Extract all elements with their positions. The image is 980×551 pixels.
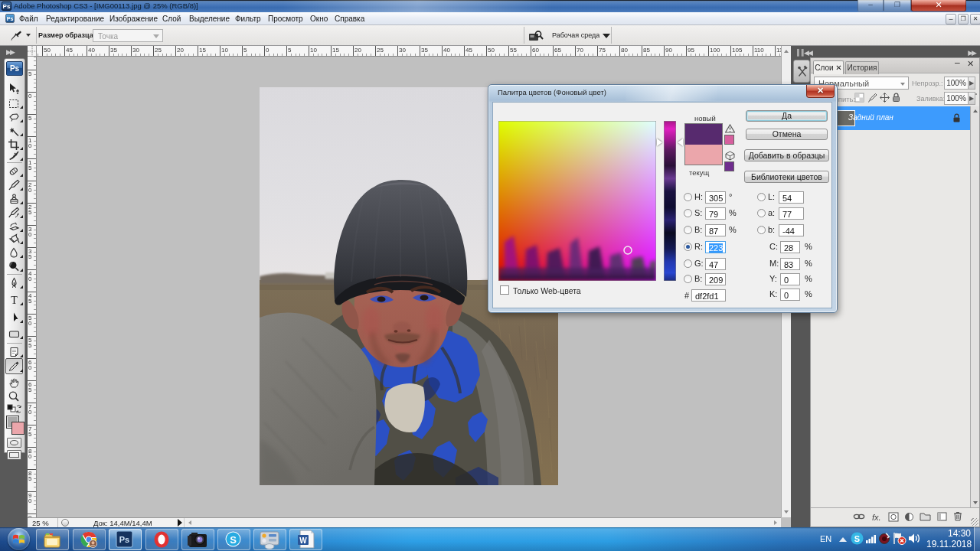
- svg-text:S: S: [854, 534, 860, 543]
- svg-text:T: T: [11, 295, 18, 306]
- svg-text:Ps: Ps: [119, 535, 129, 544]
- svg-text:S: S: [230, 534, 237, 546]
- svg-text:W: W: [299, 536, 307, 545]
